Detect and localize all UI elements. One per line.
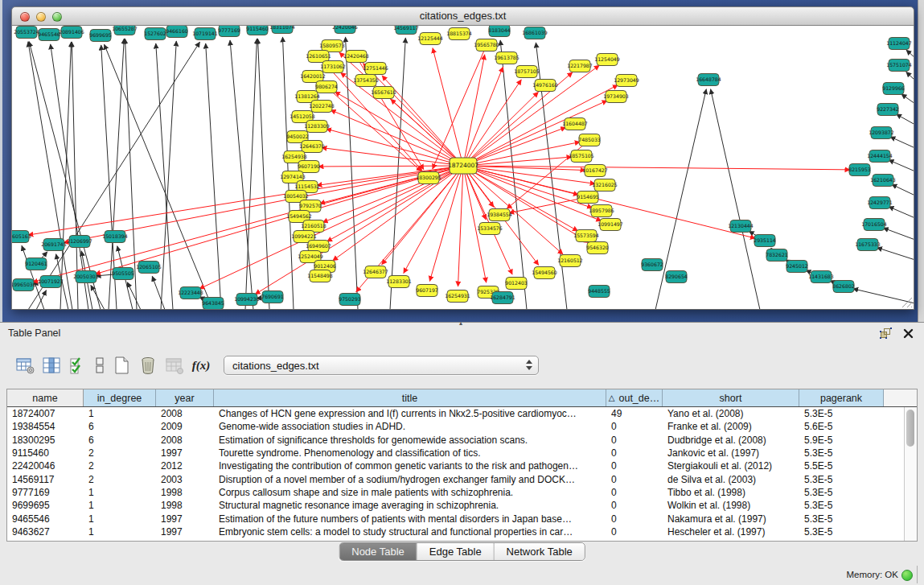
- graph-node[interactable]: 19734903: [603, 91, 629, 103]
- graph-node[interactable]: 18311074: [269, 26, 295, 34]
- graph-node[interactable]: 9607197: [416, 285, 438, 297]
- delete-table-icon[interactable]: [138, 355, 158, 376]
- table-row[interactable]: 2242004622012Investigating the contribut…: [7, 459, 904, 472]
- table-scrollbar-thumb[interactable]: [906, 410, 914, 447]
- table-row[interactable]: 1830029562008Estimation of significance …: [7, 434, 904, 447]
- graph-node[interactable]: 12022748: [309, 101, 335, 113]
- graph-node[interactable]: 13754350: [353, 75, 379, 87]
- graph-node[interactable]: 20553724: [14, 27, 39, 39]
- graph-node[interactable]: 11731062: [320, 61, 346, 73]
- network-graph[interactable]: 1872400715809573126106511173106216420012…: [12, 26, 914, 310]
- graph-node[interactable]: 9465546: [38, 29, 60, 41]
- graph-node[interactable]: 16254931: [445, 290, 470, 303]
- graph-node[interactable]: 13216025: [592, 179, 618, 192]
- table-row[interactable]: 946554611997Estimation of the future num…: [7, 512, 904, 525]
- graph-node[interactable]: 15494560: [532, 267, 557, 279]
- graph-node[interactable]: 19565780: [474, 39, 499, 51]
- graph-node[interactable]: 18815374: [446, 28, 472, 40]
- graph-node[interactable]: 9115460: [246, 26, 269, 35]
- column-header-year[interactable]: year: [156, 389, 214, 406]
- graph-node[interactable]: 10991497: [598, 219, 623, 231]
- graph-node[interactable]: 11254049: [594, 54, 620, 66]
- column-header-pagerank[interactable]: pagerank: [799, 389, 884, 406]
- graph-node[interactable]: 9154695: [577, 192, 599, 204]
- graph-node[interactable]: 9466160: [166, 26, 188, 38]
- graph-node[interactable]: 12973049: [614, 75, 639, 87]
- function-builder-icon[interactable]: f(x): [191, 355, 211, 376]
- tab-edge-table[interactable]: Edge Table: [417, 543, 495, 560]
- graph-node[interactable]: 15018394: [102, 231, 128, 243]
- graph-node[interactable]: 10167427: [582, 165, 608, 177]
- graph-node[interactable]: 12160512: [557, 255, 583, 267]
- column-header-name[interactable]: name: [7, 389, 84, 406]
- graph-node[interactable]: 8215953: [848, 164, 871, 176]
- rows-icon[interactable]: [94, 355, 105, 376]
- table-row[interactable]: 969969511998Structural magnetic resonanc…: [7, 499, 904, 512]
- graph-node[interactable]: 9448555: [588, 286, 610, 298]
- graph-node[interactable]: 11431683: [808, 271, 834, 283]
- graph-node[interactable]: 9546320: [586, 242, 609, 254]
- graph-node[interactable]: 8290654: [665, 271, 688, 283]
- graph-node[interactable]: 8183044: [488, 26, 511, 37]
- graph-node[interactable]: 12420468: [343, 51, 369, 63]
- graph-node[interactable]: 11124047: [886, 38, 912, 50]
- graph-node[interactable]: 17016504: [861, 219, 887, 231]
- graph-node[interactable]: 16861039: [522, 27, 548, 39]
- graph-node[interactable]: 10719141: [192, 28, 218, 40]
- graph-node[interactable]: 10655287: [112, 26, 138, 35]
- graph-node[interactable]: 9643845: [202, 298, 224, 310]
- table-row[interactable]: 946362711997Embryonic stem cells: a mode…: [7, 525, 904, 538]
- new-table-icon[interactable]: [111, 355, 132, 376]
- table-row[interactable]: 977716911998Corpus callosum shape and si…: [7, 486, 904, 499]
- graph-node[interactable]: 9360672: [641, 259, 663, 271]
- table-row[interactable]: 1456911722003Disruption of a novel membe…: [7, 472, 904, 485]
- graph-node[interactable]: 19965036: [12, 279, 36, 291]
- graph-node[interactable]: 9750293: [339, 294, 361, 306]
- table-settings-icon[interactable]: [14, 355, 35, 376]
- graph-node[interactable]: 11548498: [307, 270, 333, 282]
- graph-node[interactable]: 16210643: [870, 175, 896, 187]
- graph-node[interactable]: 18757105: [514, 66, 540, 78]
- graph-node[interactable]: 9806274: [315, 81, 338, 93]
- graph-node[interactable]: 2935114: [754, 235, 776, 247]
- graph-node[interactable]: 19384554: [487, 209, 512, 221]
- graph-node[interactable]: 18957986: [589, 205, 614, 217]
- graph-node[interactable]: 16284791: [490, 292, 515, 304]
- graph-node[interactable]: 12093872: [869, 127, 894, 139]
- graph-node[interactable]: 7485033: [578, 134, 601, 146]
- graph-node[interactable]: 21206997: [67, 236, 92, 248]
- graph-node[interactable]: 20691745: [41, 239, 67, 251]
- graph-node[interactable]: 16648784: [696, 74, 721, 86]
- zoom-window-button[interactable]: [52, 12, 62, 22]
- float-window-icon[interactable]: [879, 327, 892, 340]
- graph-node[interactable]: 16567610: [371, 87, 396, 99]
- network-canvas[interactable]: 1872400715809573126106511173106216420012…: [11, 26, 914, 310]
- tab-node-table[interactable]: Node Table: [339, 543, 417, 560]
- graph-node[interactable]: 12130444: [728, 220, 754, 233]
- graph-node[interactable]: 9227342: [877, 104, 899, 116]
- column-select-icon[interactable]: [41, 355, 62, 376]
- graph-node[interactable]: 9699695: [89, 30, 112, 42]
- graph-node[interactable]: 10071927: [38, 276, 64, 288]
- graph-node[interactable]: 19613785: [494, 52, 519, 64]
- network-window-titlebar[interactable]: citations_edges.txt: [11, 6, 914, 26]
- graph-node[interactable]: 12646377: [363, 266, 388, 278]
- graph-node[interactable]: 12429771: [867, 197, 893, 209]
- select-all-check-icon[interactable]: [68, 355, 88, 376]
- table-scrollbar[interactable]: [904, 407, 917, 541]
- graph-node[interactable]: 15751074: [886, 60, 912, 72]
- graph-node[interactable]: 20891406: [59, 27, 84, 39]
- close-panel-icon[interactable]: [901, 327, 914, 340]
- close-window-button[interactable]: [20, 12, 30, 22]
- graph-node[interactable]: 9245012: [786, 261, 808, 273]
- tab-network-table[interactable]: Network Table: [495, 543, 585, 560]
- graph-node[interactable]: 12646370: [299, 141, 325, 153]
- table-row[interactable]: 911546021997Tourette syndrome. Phenomeno…: [7, 447, 904, 459]
- graph-node[interactable]: 15573594: [573, 230, 599, 242]
- table-row[interactable]: 1938455462009Genome-wide association stu…: [7, 420, 904, 433]
- graph-node[interactable]: 18575105: [569, 150, 594, 163]
- graph-node[interactable]: 11283301: [386, 276, 412, 288]
- graph-node[interactable]: 22420046: [332, 26, 358, 34]
- memory-status-indicator[interactable]: [901, 570, 913, 581]
- column-header-title[interactable]: title: [214, 389, 606, 406]
